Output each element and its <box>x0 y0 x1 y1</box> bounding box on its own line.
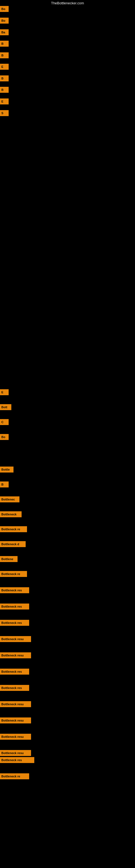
button-btn11[interactable]: E <box>0 389 9 395</box>
button-btn28[interactable]: Bottleneck res <box>0 669 29 675</box>
button-btn17[interactable]: Bottlenec <box>0 496 19 502</box>
button-btn21[interactable]: Bottlene <box>0 556 17 562</box>
button-btn34[interactable]: Bottleneck res <box>0 757 34 763</box>
button-btn5[interactable]: B <box>0 52 9 58</box>
button-btn6[interactable]: E <box>0 64 9 70</box>
button-btn8[interactable]: B <box>0 87 9 93</box>
button-btn12[interactable]: Bott <box>0 404 11 410</box>
button-btn9[interactable]: E <box>0 98 9 104</box>
button-btn13[interactable]: C <box>0 419 9 425</box>
button-btn3[interactable]: Ba <box>0 29 9 35</box>
button-btn20[interactable]: Bottleneck d <box>0 541 26 547</box>
button-btn31[interactable]: Bottleneck resu <box>0 717 31 723</box>
button-btn25[interactable]: Bottleneck res <box>0 620 29 626</box>
button-btn22[interactable]: Bottleneck re <box>0 571 27 577</box>
button-btn30[interactable]: Bottleneck resu <box>0 701 31 707</box>
button-btn2[interactable]: Bo <box>0 18 9 24</box>
button-btn35[interactable]: Bottleneck re <box>0 773 29 779</box>
button-btn18[interactable]: Bottleneck <box>0 511 21 517</box>
button-btn33[interactable]: Bottleneck resu <box>0 750 31 756</box>
button-btn14[interactable]: Bo <box>0 434 9 440</box>
button-btn32[interactable]: Bottleneck resu <box>0 734 31 740</box>
button-btn1[interactable]: Bo <box>0 6 9 12</box>
button-btn24[interactable]: Bottleneck res <box>0 603 29 610</box>
button-btn4[interactable]: B <box>0 41 9 46</box>
button-btn15[interactable]: Bottle <box>0 467 13 472</box>
button-btn10[interactable]: S <box>0 110 9 116</box>
button-btn23[interactable]: Bottleneck res <box>0 587 29 593</box>
button-btn16[interactable]: B <box>0 482 9 488</box>
site-title: TheBottlenecker.com <box>51 1 84 5</box>
button-btn29[interactable]: Bottleneck res <box>0 685 29 691</box>
button-btn19[interactable]: Bottleneck re <box>0 526 27 532</box>
button-btn26[interactable]: Bottleneck resu <box>0 636 31 642</box>
button-btn27[interactable]: Bottleneck resu <box>0 652 31 658</box>
button-btn7[interactable]: B <box>0 75 9 82</box>
